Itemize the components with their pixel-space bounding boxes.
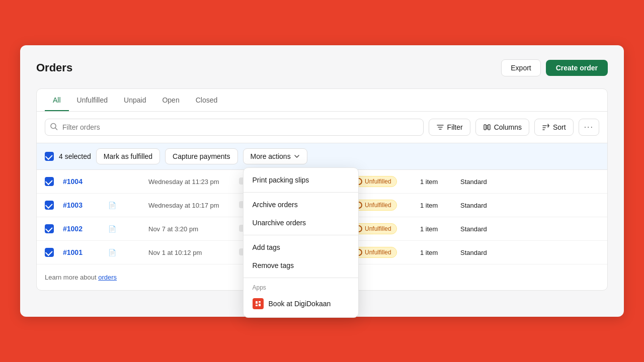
menu-item-remove-tags[interactable]: Remove tags: [244, 256, 358, 275]
more-actions-dropdown: Print packing slips Archive orders Unarc…: [243, 167, 359, 318]
export-button[interactable]: Export: [501, 59, 540, 76]
orders-link[interactable]: orders: [98, 274, 117, 281]
header-actions: Export Create order: [501, 59, 608, 76]
filter-icon: [436, 123, 444, 131]
order-delivery-1001: Standard: [460, 249, 511, 256]
order-date-1002: Nov 7 at 3:20 pm: [148, 225, 239, 233]
menu-divider-1: [244, 192, 358, 193]
columns-button[interactable]: Columns: [475, 119, 529, 136]
checkbox-1001[interactable]: [45, 248, 54, 257]
selected-count: 4 selected: [59, 152, 91, 160]
create-order-button[interactable]: Create order: [546, 60, 608, 76]
checkbox-1002[interactable]: [45, 224, 54, 233]
order-fulfillment-1004: Unfulfilled: [350, 176, 420, 187]
checkbox-1004[interactable]: [45, 177, 54, 186]
order-items-1001: 1 item: [420, 249, 460, 256]
more-toolbar-button[interactable]: ···: [579, 119, 599, 136]
order-date-1004: Wednesday at 11:23 pm: [148, 178, 239, 186]
tab-unpaid[interactable]: Unpaid: [116, 89, 154, 111]
order-date-1001: Nov 1 at 10:12 pm: [148, 249, 239, 256]
select-all-checkbox[interactable]: [45, 152, 54, 161]
order-doc-icon-1001: 📄: [108, 249, 148, 256]
order-id-1002[interactable]: #1002: [63, 225, 108, 233]
svg-rect-5: [484, 125, 486, 130]
svg-rect-15: [259, 301, 261, 303]
row-checkbox-1002[interactable]: [45, 224, 63, 233]
search-wrap: [45, 119, 424, 136]
order-date-1003: Wednesday at 10:17 pm: [148, 202, 239, 209]
order-delivery-1004: Standard: [460, 178, 511, 186]
digidokaan-app-icon: [253, 298, 264, 309]
search-input[interactable]: [45, 119, 424, 136]
more-actions-container: More actions Print packing slips Archive…: [243, 148, 307, 164]
order-items-1004: 1 item: [420, 178, 460, 186]
more-actions-button[interactable]: More actions: [243, 148, 307, 164]
row-checkbox-1003[interactable]: [45, 201, 63, 210]
order-items-1002: 1 item: [420, 225, 460, 233]
main-card: Orders Export Create order All Unfulfill…: [20, 45, 624, 317]
svg-rect-16: [256, 305, 258, 306]
order-delivery-1002: Standard: [460, 225, 511, 233]
page-header: Orders Export Create order: [36, 59, 608, 76]
sort-button[interactable]: Sort: [534, 119, 574, 136]
selection-bar: 4 selected Mark as fulfilled Capture pay…: [37, 143, 607, 170]
sort-icon: [542, 123, 550, 131]
menu-divider-2: [244, 235, 358, 235]
columns-icon: [483, 123, 491, 131]
svg-rect-6: [488, 125, 490, 130]
order-id-1001[interactable]: #1001: [63, 248, 108, 256]
row-checkbox-1004[interactable]: [45, 177, 63, 186]
page-title: Orders: [36, 61, 72, 74]
mark-fulfilled-button[interactable]: Mark as fulfilled: [96, 148, 160, 164]
filter-button[interactable]: Filter: [429, 119, 470, 136]
order-fulfillment-1001: Unfulfilled: [350, 247, 420, 258]
menu-item-add-tags[interactable]: Add tags: [244, 238, 358, 256]
menu-item-digidokaan[interactable]: Book at DigiDokaan: [244, 293, 358, 314]
order-delivery-1003: Standard: [460, 202, 511, 209]
checkbox-1003[interactable]: [45, 201, 54, 210]
tab-open[interactable]: Open: [154, 89, 187, 111]
capture-payments-button[interactable]: Capture payments: [165, 148, 237, 164]
menu-divider-3: [244, 278, 358, 278]
tab-all[interactable]: All: [45, 89, 69, 111]
menu-item-archive-orders[interactable]: Archive orders: [244, 196, 358, 214]
tab-unfulfilled[interactable]: Unfulfilled: [69, 89, 116, 111]
chevron-down-icon: [294, 153, 300, 159]
digidokaan-icon: [255, 300, 262, 307]
order-fulfillment-1003: Unfulfilled: [350, 200, 420, 211]
tabs-bar: All Unfulfilled Unpaid Open Closed: [37, 89, 607, 112]
order-doc-icon-1003: 📄: [108, 202, 148, 209]
svg-line-1: [55, 128, 57, 130]
row-checkbox-1001[interactable]: [45, 248, 63, 257]
search-icon: [50, 123, 58, 132]
menu-item-print-packing-slips[interactable]: Print packing slips: [244, 171, 358, 189]
order-fulfillment-1002: Unfulfilled: [350, 223, 420, 234]
order-id-1004[interactable]: #1004: [63, 177, 108, 186]
orders-panel: All Unfulfilled Unpaid Open Closed: [36, 88, 608, 291]
order-items-1003: 1 item: [420, 202, 460, 209]
search-toolbar: Filter Columns: [37, 112, 607, 143]
menu-item-unarchive-orders[interactable]: Unarchive orders: [244, 214, 358, 232]
apps-section-label: Apps: [244, 281, 358, 293]
order-doc-icon-1002: 📄: [108, 225, 148, 233]
svg-rect-14: [256, 301, 258, 304]
order-id-1003[interactable]: #1003: [63, 201, 108, 209]
tab-closed[interactable]: Closed: [188, 89, 226, 111]
svg-rect-17: [259, 304, 261, 306]
